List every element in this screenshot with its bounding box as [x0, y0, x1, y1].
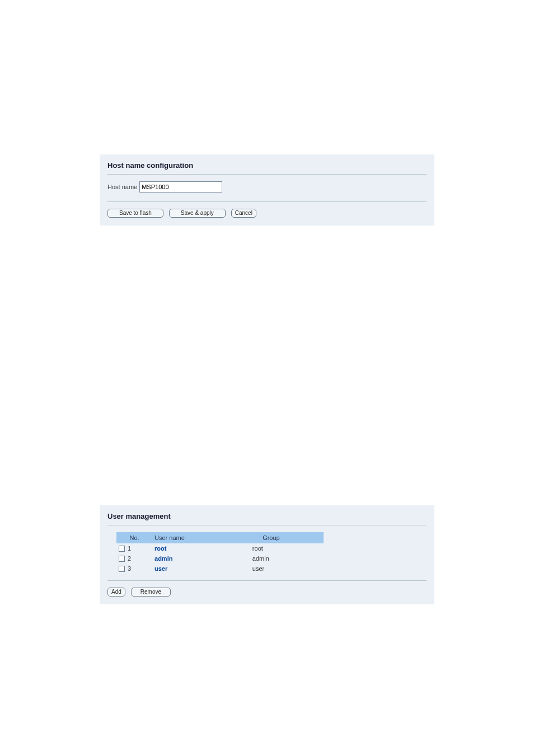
- host-name-config-title: Host name configuration: [107, 160, 427, 173]
- col-header-no: No.: [116, 532, 152, 543]
- row-number: 3: [128, 565, 131, 572]
- row-checkbox[interactable]: [119, 566, 125, 572]
- host-name-config-panel: Host name configuration Host name Save t…: [100, 154, 434, 226]
- table-row: 1 root root: [116, 543, 324, 553]
- user-name-link[interactable]: user: [154, 565, 167, 572]
- divider: [107, 580, 427, 581]
- col-header-group: Group: [219, 532, 324, 543]
- group-cell: admin: [219, 553, 324, 564]
- group-cell: root: [219, 543, 324, 553]
- remove-button[interactable]: Remove: [131, 588, 171, 597]
- user-name-link[interactable]: root: [154, 545, 166, 552]
- save-to-flash-button[interactable]: Save to flash: [107, 209, 163, 218]
- user-management-title: User management: [107, 511, 427, 524]
- add-button[interactable]: Add: [107, 588, 125, 597]
- group-cell: user: [219, 564, 324, 574]
- row-checkbox[interactable]: [119, 556, 125, 562]
- host-config-button-row: Save to flash Save & apply Cancel: [107, 209, 427, 218]
- divider: [107, 201, 427, 202]
- table-row: 2 admin admin: [116, 553, 324, 564]
- user-management-panel: User management No. User name Group 1: [100, 505, 434, 604]
- row-number: 2: [128, 555, 131, 562]
- cancel-button[interactable]: Cancel: [231, 209, 256, 218]
- user-name-link[interactable]: admin: [154, 555, 172, 562]
- table-row: 3 user user: [116, 564, 324, 574]
- user-mgmt-button-row: Add Remove: [107, 588, 427, 597]
- user-table: No. User name Group 1 root root: [116, 532, 324, 574]
- divider: [107, 525, 427, 525]
- col-header-user: User name: [152, 532, 219, 543]
- save-and-apply-button[interactable]: Save & apply: [169, 209, 226, 218]
- host-name-input[interactable]: [139, 181, 222, 192]
- host-name-label: Host name: [107, 184, 137, 190]
- host-name-row: Host name: [107, 181, 427, 192]
- row-checkbox[interactable]: [119, 546, 125, 552]
- divider: [107, 174, 427, 175]
- row-number: 1: [128, 545, 131, 552]
- user-table-header-row: No. User name Group: [116, 532, 324, 543]
